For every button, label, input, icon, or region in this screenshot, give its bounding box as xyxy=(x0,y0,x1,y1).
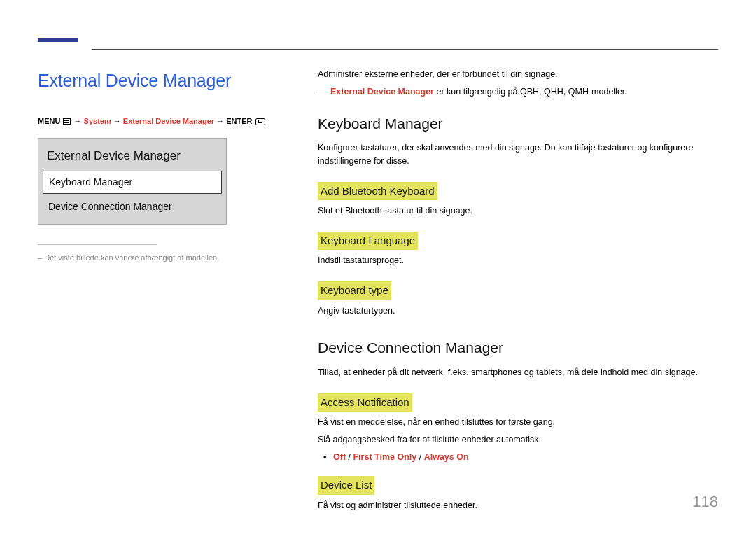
breadcrumb-edm: External Device Manager xyxy=(123,117,214,125)
access-notification-desc1: Få vist en meddelelse, når en enhed tils… xyxy=(318,416,718,429)
breadcrumb: MENU → System → External Device Manager … xyxy=(38,115,269,127)
right-column: Administrer eksterne enheder, der er for… xyxy=(318,68,718,517)
option-always-on: Always On xyxy=(424,452,469,462)
menu-icon xyxy=(63,118,71,125)
availability-note-rest: er kun tilgængelig på QBH, QHH, QMH-mode… xyxy=(434,87,627,97)
menu-panel: External Device Manager Keyboard Manager… xyxy=(38,138,227,225)
note-divider xyxy=(38,244,157,245)
access-notification-desc2: Slå adgangsbesked fra for at tilslutte e… xyxy=(318,433,718,447)
keyboard-manager-desc: Konfigurer tastaturer, der skal anvendes… xyxy=(318,141,718,168)
breadcrumb-arrow: → xyxy=(74,117,82,125)
keyboard-language-desc: Indstil tastatursproget. xyxy=(318,254,718,267)
availability-note: External Device Manager er kun tilgængel… xyxy=(318,85,718,99)
option-first-time-only: First Time Only xyxy=(353,452,416,462)
page-number: 118 xyxy=(692,490,718,513)
enter-icon xyxy=(255,118,265,125)
heading-keyboard-type: Keyboard type xyxy=(318,281,391,300)
access-notification-options: Off / First Time Only / Always On xyxy=(322,451,718,464)
heading-add-bluetooth-keyboard: Add Bluetooth Keyboard xyxy=(318,182,438,201)
add-bluetooth-keyboard-desc: Slut et Bluetooth-tastatur til din signa… xyxy=(318,204,718,218)
keyboard-type-desc: Angiv tastaturtypen. xyxy=(318,304,718,318)
availability-note-product: External Device Manager xyxy=(330,87,434,97)
breadcrumb-menu: MENU xyxy=(38,117,60,125)
heading-device-list: Device List xyxy=(318,476,374,495)
left-column: External Device Manager MENU → System → … xyxy=(38,68,269,263)
heading-keyboard-language: Keyboard Language xyxy=(318,232,418,251)
breadcrumb-arrow: → xyxy=(113,117,121,125)
heading-device-connection-manager: Device Connection Manager xyxy=(318,337,718,359)
top-divider xyxy=(92,49,718,50)
device-list-desc: Få vist og administrer tilsluttede enhed… xyxy=(318,499,718,512)
menu-item-device-connection-manager[interactable]: Device Connection Manager xyxy=(38,197,226,218)
breadcrumb-enter: ENTER xyxy=(226,117,252,125)
access-notification-option-row: Off / First Time Only / Always On xyxy=(322,451,718,464)
dcm-desc: Tillad, at enheder på dit netværk, f.eks… xyxy=(318,366,718,379)
intro-text: Administrer eksterne enheder, der er for… xyxy=(318,68,718,81)
breadcrumb-arrow: → xyxy=(216,117,224,125)
heading-access-notification: Access Notification xyxy=(318,393,412,412)
option-off: Off xyxy=(333,452,346,462)
menu-panel-title: External Device Manager xyxy=(38,139,226,171)
accent-bar xyxy=(38,38,78,42)
left-note: – Det viste billede kan variere afhængig… xyxy=(38,252,269,264)
breadcrumb-system: System xyxy=(84,117,111,125)
page-title: External Device Manager xyxy=(38,68,269,94)
menu-item-keyboard-manager[interactable]: Keyboard Manager xyxy=(43,171,222,194)
heading-keyboard-manager: Keyboard Manager xyxy=(318,113,718,135)
